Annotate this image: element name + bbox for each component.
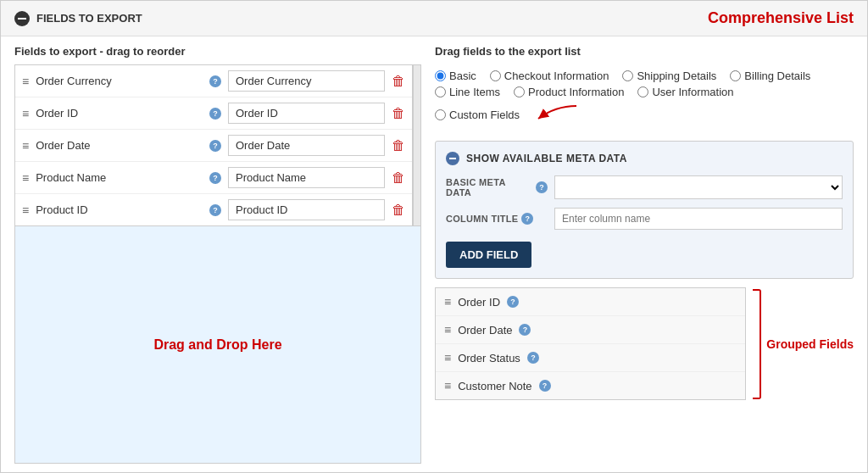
drop-zone-text: Drag and Drop Here <box>153 337 281 353</box>
meta-section: SHOW AVAILABLE META DATA BASIC META DATA… <box>435 141 854 279</box>
help-icon[interactable]: ? <box>539 380 551 392</box>
grouped-list: ≡ Order ID ? ≡ Order Date ? ≡ Order Stat… <box>435 287 746 400</box>
radio-checkout-label: Checkout Information <box>504 70 609 82</box>
scrollbar[interactable] <box>413 64 421 226</box>
radio-group: Basic Checkout Information Shipping Deta… <box>435 70 854 127</box>
table-row: ≡ Order ID ? 🗑 <box>15 97 412 130</box>
radio-billing-label: Billing Details <box>744 70 810 82</box>
column-title-input[interactable] <box>554 208 843 230</box>
drag-handle-icon[interactable]: ≡ <box>22 75 29 88</box>
help-icon[interactable]: ? <box>209 172 221 184</box>
field-input[interactable] <box>228 70 385 92</box>
radio-product[interactable]: Product Information <box>514 86 624 98</box>
help-icon[interactable]: ? <box>519 324 531 336</box>
meta-header-text: SHOW AVAILABLE META DATA <box>466 153 627 164</box>
table-row: ≡ Product Name ? 🗑 <box>15 162 412 194</box>
list-item: ≡ Customer Note ? <box>436 372 745 399</box>
radio-product-input[interactable] <box>514 86 525 97</box>
delete-button[interactable]: 🗑 <box>392 107 405 120</box>
help-icon[interactable]: ? <box>209 204 221 216</box>
radio-billing[interactable]: Billing Details <box>730 70 810 82</box>
drag-handle-icon[interactable]: ≡ <box>22 139 29 153</box>
radio-lineitems-label: Line Items <box>449 86 500 98</box>
drag-handle-icon[interactable]: ≡ <box>22 171 29 185</box>
radio-basic-input[interactable] <box>435 70 446 81</box>
header-title: FIELDS TO EXPORT <box>36 12 142 25</box>
radio-shipping[interactable]: Shipping Details <box>622 70 716 82</box>
radio-checkout-input[interactable] <box>490 70 501 81</box>
right-panel: Drag fields to the export list Basic Che… <box>435 45 854 464</box>
help-icon[interactable]: ? <box>209 75 221 87</box>
list-item: ≡ Order ID ? <box>436 288 745 316</box>
radio-custom-input[interactable] <box>435 109 446 120</box>
meta-section-header: SHOW AVAILABLE META DATA <box>446 152 843 165</box>
left-panel-title: Fields to export - drag to reorder <box>14 45 421 58</box>
header-left: FIELDS TO EXPORT <box>14 11 142 26</box>
column-title-row: COLUMN TITLE ? <box>446 208 843 230</box>
help-icon[interactable]: ? <box>527 352 539 364</box>
app-container: FIELDS TO EXPORT Comprehensive List Fiel… <box>0 0 868 473</box>
radio-billing-input[interactable] <box>730 70 741 81</box>
radio-checkout[interactable]: Checkout Information <box>490 70 609 82</box>
grouped-field-label: Order Status <box>458 352 520 364</box>
field-input[interactable] <box>228 167 385 188</box>
radio-shipping-label: Shipping Details <box>637 70 716 82</box>
basic-meta-select[interactable] <box>554 175 843 199</box>
help-icon[interactable]: ? <box>209 108 221 120</box>
radio-lineitems[interactable]: Line Items <box>435 86 500 98</box>
radio-user-label: User Information <box>652 86 733 98</box>
field-input[interactable] <box>228 135 385 156</box>
header: FIELDS TO EXPORT Comprehensive List <box>1 1 867 36</box>
drag-title: Drag fields to the export list <box>435 45 854 58</box>
field-input[interactable] <box>228 103 385 124</box>
fields-list: ≡ Order Currency ? 🗑 ≡ Order ID ? 🗑 <box>14 64 413 226</box>
field-label: Order Currency <box>36 75 203 87</box>
basic-meta-row: BASIC META DATA ? <box>446 175 843 199</box>
main-content: Fields to export - drag to reorder ≡ Ord… <box>1 36 867 472</box>
grouped-field-label: Order Date <box>458 324 512 337</box>
help-icon[interactable]: ? <box>536 181 548 193</box>
help-icon[interactable]: ? <box>209 140 221 152</box>
radio-product-label: Product Information <box>528 86 624 98</box>
delete-button[interactable]: 🗑 <box>392 171 405 185</box>
radio-lineitems-input[interactable] <box>435 86 446 97</box>
radio-user-input[interactable] <box>637 86 648 97</box>
radio-basic[interactable]: Basic <box>435 70 476 82</box>
left-panel: Fields to export - drag to reorder ≡ Ord… <box>14 45 421 464</box>
drop-zone[interactable]: Drag and Drop Here <box>14 226 421 464</box>
field-label: Product ID <box>36 203 203 216</box>
field-label: Order ID <box>36 107 203 120</box>
radio-basic-label: Basic <box>449 70 476 82</box>
collapse-icon[interactable] <box>14 11 30 26</box>
basic-meta-label: BASIC META DATA ? <box>446 177 548 198</box>
table-row: ≡ Order Currency ? 🗑 <box>15 65 412 97</box>
list-item: ≡ Order Status ? <box>436 344 745 372</box>
grouped-field-label: Customer Note <box>458 380 531 392</box>
field-input[interactable] <box>228 199 385 220</box>
arrow-annotation <box>530 102 581 127</box>
drag-handle-icon[interactable]: ≡ <box>444 379 451 392</box>
drag-handle-icon[interactable]: ≡ <box>444 323 451 337</box>
help-icon[interactable]: ? <box>507 296 519 308</box>
radio-user[interactable]: User Information <box>637 86 733 98</box>
field-label: Product Name <box>36 171 203 184</box>
list-item: ≡ Order Date ? <box>436 316 745 344</box>
grouped-annotation: Grouped Fields <box>753 287 854 400</box>
delete-button[interactable]: 🗑 <box>392 75 405 88</box>
column-title-label: COLUMN TITLE ? <box>446 213 548 225</box>
delete-button[interactable]: 🗑 <box>392 203 405 217</box>
grouped-field-label: Order ID <box>458 296 500 309</box>
table-row: ≡ Order Date ? 🗑 <box>15 130 412 162</box>
drag-handle-icon[interactable]: ≡ <box>444 351 451 364</box>
brace-icon <box>753 289 761 399</box>
meta-collapse-icon[interactable] <box>446 152 459 165</box>
radio-shipping-input[interactable] <box>622 70 633 81</box>
delete-button[interactable]: 🗑 <box>392 139 405 153</box>
drag-handle-icon[interactable]: ≡ <box>22 203 29 217</box>
radio-custom[interactable]: Custom Fields <box>435 109 520 121</box>
drag-handle-icon[interactable]: ≡ <box>444 295 451 309</box>
add-field-button[interactable]: ADD FIELD <box>446 242 531 268</box>
drag-handle-icon[interactable]: ≡ <box>22 107 29 120</box>
help-icon[interactable]: ? <box>521 213 533 225</box>
table-row: ≡ Product ID ? 🗑 <box>15 194 412 225</box>
